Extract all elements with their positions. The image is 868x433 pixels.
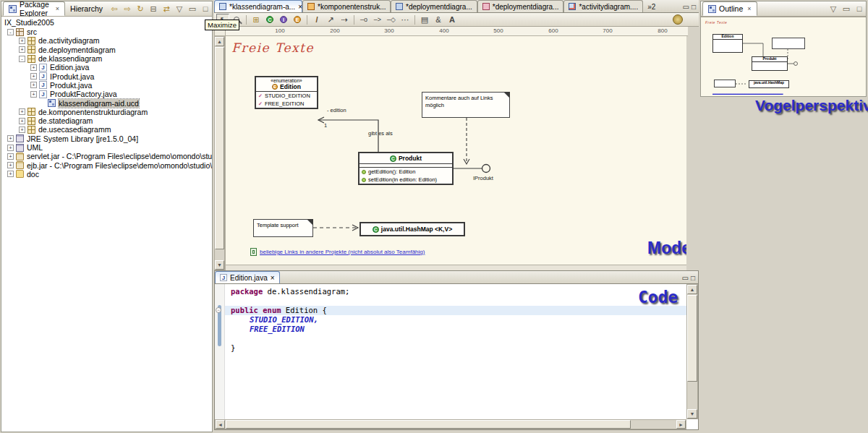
new-class-tool[interactable]: C [263, 14, 276, 26]
expander-icon[interactable]: + [19, 127, 25, 133]
expander-icon[interactable]: + [30, 82, 37, 88]
forward-icon[interactable]: ⇨ [121, 3, 134, 14]
minimize-icon[interactable]: ▭ [186, 3, 199, 14]
scrollbar-thumb[interactable] [226, 420, 631, 429]
class-produkt-node[interactable]: CProdukt getEdition(): Edition setEditio… [358, 152, 454, 185]
note-tool[interactable]: ▤ [418, 14, 431, 26]
diagram-canvas[interactable]: Freie Texte «enumeration» EEdition ✓STUD… [226, 36, 686, 265]
tree-item-jar[interactable]: +servlet.jar - C:\Program Files\eclipse\… [1, 152, 212, 160]
enum-literal[interactable]: ✓STUDIO_EDITION [256, 92, 317, 100]
code-line[interactable]: package de.klassendiagram; [231, 287, 349, 296]
expander-icon[interactable]: + [7, 153, 14, 160]
tab-komponentenstruktur[interactable]: *komponentenstruk... [302, 0, 391, 12]
scroll-down-icon[interactable]: ▼ [687, 409, 697, 419]
expander-icon[interactable]: + [19, 38, 25, 44]
maximize-icon[interactable]: □ [199, 3, 212, 14]
association-name-label[interactable]: gibt es als [368, 130, 393, 137]
association-multiplicity-label[interactable]: 1 [324, 122, 327, 129]
new-interface-tool[interactable]: I [277, 14, 290, 26]
code-editor-body[interactable]: − package de.klassendiagram; public enum… [215, 284, 686, 419]
tab-deploymentdiagram-2[interactable]: *deploymentdiagra... [477, 0, 564, 12]
tree-item-jar[interactable]: +ejb.jar - C:\Program Files\eclipse\demo… [1, 160, 212, 169]
class-hashmap-node[interactable]: Cjava.util.HashMap <K,V> [359, 222, 465, 236]
diagram-vertical-scrollbar[interactable]: ▲ ▼ [214, 36, 225, 270]
expander-icon[interactable]: - [7, 29, 14, 35]
tab-klassendiagram[interactable]: *klassendiagram-a... × [214, 0, 302, 12]
back-icon[interactable]: ⇦ [108, 3, 121, 14]
method-row[interactable]: getEdition(): Edition [359, 168, 452, 176]
association-tool[interactable]: –o [357, 14, 370, 26]
maximize-icon[interactable]: □ [691, 274, 695, 282]
interface-label[interactable]: IProdukt [473, 175, 493, 181]
expander-icon[interactable]: + [7, 145, 14, 151]
comment-note-node[interactable]: Kommentare auch auf Links möglich [422, 92, 510, 118]
tree-item-jre-library[interactable]: +JRE System Library [jre1.5.0_04] [1, 134, 212, 143]
expander-icon[interactable]: + [30, 91, 37, 98]
tab-hierarchy[interactable]: Hierarchy [65, 1, 108, 16]
minimize-icon[interactable]: ▭ [840, 3, 853, 14]
code-line[interactable]: public enum Edition { [231, 306, 327, 314]
outline-thumbnail[interactable]: Freie Texte Edition Produkt java.util.Ha… [701, 17, 866, 96]
pointer-tool[interactable]: ↗ [324, 14, 337, 26]
aggregation-tool[interactable]: –◇ [385, 14, 398, 26]
maximize-icon[interactable]: □ [692, 3, 696, 11]
scroll-up-icon[interactable]: ▲ [687, 285, 697, 294]
expander-icon[interactable]: + [30, 73, 37, 80]
tab-outline[interactable]: Outline × [702, 1, 757, 16]
tab-deploymentdiagram-1[interactable]: *deploymentdiagra... [391, 0, 477, 12]
expander-icon[interactable]: + [19, 118, 25, 124]
tree-item-java-file[interactable]: +Edition.java [1, 63, 212, 72]
hidden-editors-indicator[interactable]: »2 [647, 3, 655, 11]
minimize-icon[interactable]: ▭ [682, 274, 689, 282]
enum-literal[interactable]: ✓FREE_EDITION [256, 100, 317, 108]
brush-tool[interactable]: / [310, 14, 323, 26]
refresh-icon[interactable]: ↻ [134, 3, 147, 14]
tree-item-package[interactable]: +de.statediagram [1, 116, 212, 125]
close-icon[interactable]: × [56, 5, 59, 12]
tree-item-package[interactable]: +de.activitydiagram [1, 36, 212, 45]
tree-item-src[interactable]: -src [1, 27, 212, 36]
code-line[interactable]: STUDIO_EDITION, [250, 315, 318, 324]
minimize-icon[interactable]: ▭ [683, 3, 689, 11]
maximize-icon[interactable]: □ [853, 3, 866, 14]
free-text-title[interactable]: Freie Texte [231, 40, 314, 55]
expander-icon[interactable] [39, 100, 46, 106]
expander-icon[interactable]: + [30, 64, 37, 71]
tree-item-package[interactable]: -de.klassendiagram [1, 54, 212, 63]
expander-icon[interactable]: + [7, 171, 14, 177]
code-line[interactable]: } [231, 343, 235, 352]
project-link[interactable]: beliebige Links in andere Projekte (nich… [260, 249, 425, 255]
link-with-editor-icon[interactable]: ⇄ [160, 3, 173, 14]
expander-icon[interactable]: - [19, 56, 25, 62]
method-row[interactable]: setEdition(in edition: Edition) [359, 176, 452, 184]
scrollbar-thumb[interactable] [215, 47, 224, 249]
expander-icon[interactable]: + [19, 46, 25, 53]
close-icon[interactable]: × [747, 5, 751, 12]
expander-icon[interactable]: + [19, 108, 25, 115]
tab-activitydiagram[interactable]: *activitydiagram.... [563, 0, 643, 12]
tree-item-ucd-file-selected[interactable]: klassendiagram-aid.ucd [1, 98, 212, 107]
text-tool[interactable]: A [446, 14, 459, 26]
expander-icon[interactable]: + [7, 162, 14, 168]
close-icon[interactable]: × [271, 274, 275, 282]
association-role-label[interactable]: - edition [327, 107, 346, 113]
directed-association-tool[interactable]: –> [371, 14, 384, 26]
new-package-tool[interactable]: ⊞ [250, 14, 263, 26]
tree-item-package[interactable]: +de.deploymentdiagram [1, 46, 212, 54]
code-horizontal-scrollbar[interactable]: ◄ ► [215, 419, 686, 429]
code-vertical-scrollbar[interactable]: ▲ ▼ [686, 284, 698, 419]
dashed-line-tool[interactable]: ⋯ [399, 14, 412, 26]
view-menu-icon[interactable]: ▽ [173, 3, 186, 14]
tab-package-explorer[interactable]: Package Explorer × [3, 1, 65, 16]
tree-item-folder[interactable]: +doc [1, 170, 212, 179]
collapse-all-icon[interactable]: ⊟ [147, 3, 160, 14]
code-line[interactable]: FREE_EDITION [250, 325, 305, 333]
tree-item-package[interactable]: +de.usecasediagramm [1, 125, 212, 134]
navigation-wheel-icon[interactable] [673, 14, 683, 25]
fold-collapse-icon[interactable]: − [216, 307, 221, 313]
expander-icon[interactable]: + [7, 135, 14, 142]
scroll-right-icon[interactable]: ► [676, 420, 686, 429]
tab-edition-java[interactable]: Edition.java × [215, 271, 280, 283]
view-menu-icon[interactable]: ▽ [827, 3, 840, 14]
tree-item-java-file[interactable]: +Produkt.java [1, 81, 212, 90]
